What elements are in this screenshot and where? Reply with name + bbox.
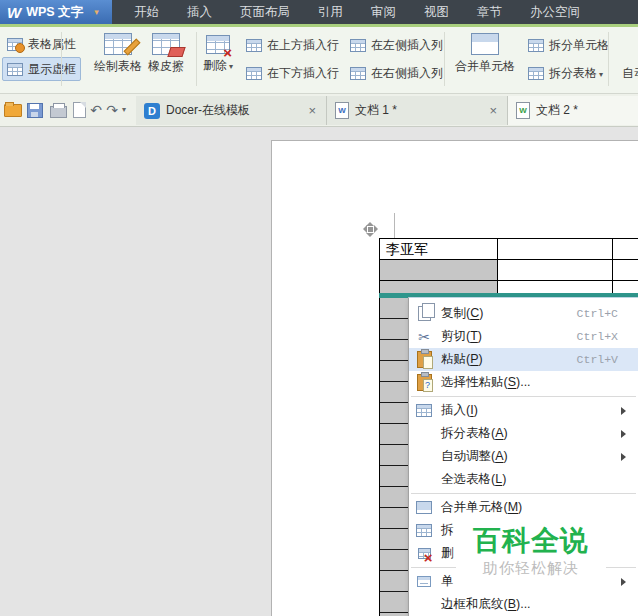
open-folder-icon	[4, 104, 22, 117]
insert-col-right-icon	[350, 67, 366, 80]
table-cell[interactable]	[498, 239, 613, 259]
copy-icon	[415, 305, 433, 323]
save-button[interactable]	[25, 101, 45, 119]
shortcut-label: Ctrl+V	[577, 353, 618, 366]
tab-section[interactable]: 章节	[463, 0, 516, 24]
table-row[interactable]	[379, 259, 638, 280]
quickbar-dropdown-icon[interactable]: ▾	[122, 105, 126, 114]
show-gridlines-icon	[7, 63, 23, 76]
menu-item-paste[interactable]: 粘贴(P) Ctrl+V	[409, 348, 638, 371]
tab-docer-templates[interactable]: D Docer-在线模板 ×	[136, 96, 327, 125]
shortcut-label: Ctrl+X	[577, 330, 618, 343]
print-button[interactable]	[48, 101, 68, 119]
submenu-arrow-icon	[621, 407, 630, 415]
tab-references[interactable]: 引用	[304, 0, 357, 24]
table-cell-selected[interactable]	[380, 281, 498, 293]
insert-col-right-button[interactable]: 在右侧插入列	[346, 62, 447, 84]
menu-separator	[411, 493, 636, 494]
selected-column-cells[interactable]	[379, 298, 410, 616]
tab-review[interactable]: 审阅	[357, 0, 410, 24]
wps-logo-icon: W	[7, 5, 21, 20]
split-table-icon	[528, 67, 544, 80]
ribbon-separator	[61, 32, 62, 86]
autofit-button[interactable]: 自动调整	[622, 62, 638, 84]
draw-table-icon	[104, 33, 132, 55]
table-properties-button[interactable]: 表格属性	[3, 33, 80, 55]
table-cell[interactable]	[613, 260, 638, 280]
insert-row-below-icon	[246, 67, 262, 80]
app-menu-button[interactable]: W WPS 文字 ▾	[0, 0, 112, 24]
document-tab-bar: ↶ ↷ ▾ D Docer-在线模板 × W 文档 1 * × W 文档 2 *	[0, 94, 638, 127]
menu-separator	[411, 396, 636, 397]
ribbon-separator	[196, 32, 197, 86]
tab-home[interactable]: 开始	[120, 0, 173, 24]
tab-page-layout[interactable]: 页面布局	[226, 0, 304, 24]
table-cell[interactable]	[498, 260, 613, 280]
submenu-arrow-icon	[621, 578, 630, 586]
watermark-subtitle: 助你轻松解决	[483, 559, 579, 578]
close-icon[interactable]: ×	[487, 104, 499, 117]
open-button[interactable]	[3, 101, 23, 119]
tab-insert[interactable]: 插入	[173, 0, 226, 24]
merge-cells-button[interactable]: 合并单元格	[449, 33, 521, 75]
split-table-button[interactable]: 拆分表格▾	[524, 62, 607, 84]
draw-table-button[interactable]: 绘制表格	[94, 33, 142, 75]
merge-cells-icon	[471, 33, 499, 55]
ribbon-separator	[608, 32, 609, 86]
paste-special-icon	[415, 374, 433, 392]
eraser-icon	[152, 33, 180, 55]
menu-item-paste-special[interactable]: 选择性粘贴(S)...	[409, 371, 638, 394]
table-row[interactable]	[379, 280, 638, 293]
insert-row-below-button[interactable]: 在下方插入行	[242, 62, 343, 84]
chevron-down-icon: ▾	[94, 7, 99, 17]
text-cursor	[394, 213, 395, 238]
insert-col-left-button[interactable]: 在左侧插入列	[346, 34, 447, 56]
table-cell[interactable]: 李亚军	[380, 239, 498, 259]
table-cell[interactable]	[613, 281, 638, 293]
merge-cells-icon	[415, 499, 433, 517]
delete-button[interactable]: 删除▾	[203, 35, 233, 74]
table-cell[interactable]	[498, 281, 613, 293]
tab-document-2[interactable]: W 文档 2 *	[508, 96, 638, 125]
menu-item-autofit[interactable]: 自动调整(A)	[409, 445, 638, 468]
menu-item-insert[interactable]: 插入(I)	[409, 399, 638, 422]
table-properties-icon	[7, 38, 23, 51]
insert-row-above-icon	[246, 39, 262, 52]
split-cells-icon	[415, 522, 433, 540]
tab-office-space[interactable]: 办公空间	[516, 0, 594, 24]
document-icon: W	[516, 102, 530, 119]
menu-item-copy[interactable]: 复制(C) Ctrl+C	[409, 302, 638, 325]
table-cell-selected[interactable]	[380, 260, 498, 280]
paste-icon	[415, 351, 433, 369]
cell-alignment-icon	[415, 573, 433, 591]
undo-icon: ↶	[90, 103, 102, 117]
wps-writer-window: W WPS 文字 ▾ 开始 插入 页面布局 引用 审阅 视图 章节 办公空间 表…	[0, 0, 638, 616]
insert-col-left-icon	[350, 39, 366, 52]
show-gridlines-button[interactable]: 显示虚框	[2, 57, 81, 81]
redo-button[interactable]: ↷	[102, 101, 122, 119]
table-row[interactable]: 李亚军	[379, 238, 638, 259]
menu-bar: 开始 插入 页面布局 引用 审阅 视图 章节 办公空间	[120, 0, 594, 24]
app-title: WPS 文字	[26, 4, 83, 21]
menu-item-split-table[interactable]: 拆分表格(A)	[409, 422, 638, 445]
ribbon: 表格属性 显示虚框 绘制表格 橡皮擦 删除▾ 在上方插入行 在下方插入行	[0, 27, 638, 94]
ribbon-separator	[444, 32, 445, 86]
print-preview-icon	[73, 102, 86, 118]
menu-item-borders-shading[interactable]: 边框和底纹(B)...	[409, 593, 638, 616]
table-move-handle-icon[interactable]	[361, 220, 380, 239]
print-icon	[50, 106, 67, 118]
watermark: 百科全说 助你轻松解决	[456, 514, 606, 590]
tab-view[interactable]: 视图	[410, 0, 463, 24]
eraser-button[interactable]: 橡皮擦	[148, 33, 184, 75]
tab-document-1[interactable]: W 文档 1 * ×	[327, 96, 508, 125]
submenu-arrow-icon	[621, 430, 630, 438]
close-icon[interactable]: ×	[306, 104, 318, 117]
split-cells-icon	[528, 39, 544, 52]
menu-item-cut[interactable]: ✂ 剪切(T) Ctrl+X	[409, 325, 638, 348]
table-cell[interactable]	[613, 239, 638, 259]
menu-item-select-table[interactable]: 全选表格(L)	[409, 468, 638, 491]
insert-row-above-button[interactable]: 在上方插入行	[242, 34, 343, 56]
split-cells-button[interactable]: 拆分单元格	[524, 34, 613, 56]
docer-icon: D	[144, 103, 160, 119]
document-icon: W	[335, 102, 349, 119]
